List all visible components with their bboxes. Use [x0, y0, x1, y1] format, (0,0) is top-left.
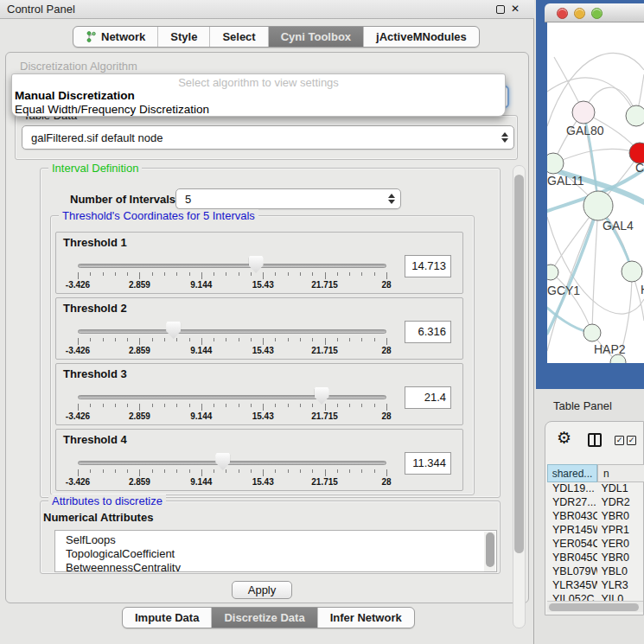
close-traffic-light-icon[interactable]: [557, 8, 568, 19]
scale-tick-label: 2.859: [129, 411, 150, 421]
table-row[interactable]: YBR043CYBR0: [547, 510, 644, 524]
number-of-intervals-combobox[interactable]: 5: [175, 188, 401, 209]
network-node-h[interactable]: [622, 261, 642, 282]
table-row[interactable]: YBL079WYBL0: [547, 565, 644, 579]
table-cell[interactable]: YDR27...: [547, 496, 597, 510]
column-header-name[interactable]: n: [597, 464, 644, 482]
network-icon: [86, 31, 97, 42]
table-row[interactable]: YDL19...YDL1: [547, 482, 644, 496]
table-row[interactable]: YLR345WYLR3: [547, 579, 644, 593]
threshold-1-slider-track[interactable]: [78, 264, 386, 268]
table-cell[interactable]: YER054C: [547, 538, 597, 552]
table-horizontal-scrollbar[interactable]: [547, 601, 643, 612]
attribute-list-item[interactable]: TopologicalCoefficient: [55, 547, 496, 561]
threshold-3-slider-track[interactable]: [78, 395, 386, 399]
table-cell[interactable]: YDL1: [597, 482, 644, 496]
threshold-2-slider-track[interactable]: [78, 329, 386, 334]
tab-select[interactable]: Select: [210, 27, 268, 47]
control-panel: Control Panel ✕ Network Style Select: [0, 0, 534, 644]
scale-tick-label: 15.43: [252, 477, 274, 487]
table-row[interactable]: YPR145WYPR1: [547, 524, 644, 538]
threshold-2-value-field[interactable]: 6.316: [405, 321, 451, 343]
network-edge: [553, 149, 640, 163]
network-node-gcy1[interactable]: [547, 265, 558, 280]
table-cell[interactable]: YBL079W: [547, 565, 597, 579]
table-cell[interactable]: YLR3: [597, 579, 644, 593]
algorithm-dropdown-popup: Select algorithm to view settings Manual…: [11, 73, 506, 117]
scrollbar-thumb[interactable]: [514, 175, 524, 553]
scrollbar-thumb[interactable]: [486, 532, 494, 567]
threshold-1-slider-handle[interactable]: [249, 256, 264, 273]
settings-vertical-scrollbar[interactable]: [513, 165, 526, 628]
threshold-3-value-field[interactable]: 21.4: [405, 386, 451, 409]
scale-tick-label: 15.43: [252, 280, 274, 290]
gear-icon[interactable]: ⚙: [557, 430, 571, 446]
threshold-1-label: Threshold 1: [63, 236, 127, 249]
threshold-3-slider-handle[interactable]: [315, 387, 329, 405]
threshold-3-label: Threshold 3: [63, 367, 127, 380]
tab-jactivemnodules[interactable]: jActiveMNodules: [364, 27, 479, 47]
dropdown-option-manual-discretization[interactable]: Manual Discretization: [15, 89, 135, 102]
table-cell[interactable]: YBR0: [597, 552, 644, 565]
scale-tick-label: -3.426: [66, 280, 90, 290]
threshold-3-box: Threshold 3 -3.4262.8599.14415.4321.7152…: [55, 363, 463, 425]
table-cell[interactable]: YBR045C: [547, 552, 597, 565]
tab-style[interactable]: Style: [158, 27, 210, 47]
attribute-list-item[interactable]: SelfLoops: [55, 533, 496, 547]
tab-cyni-toolbox-label: Cyni Toolbox: [281, 30, 351, 43]
tab-discretize-data[interactable]: Discretize Data: [212, 608, 317, 628]
table-cell[interactable]: YPR145W: [547, 524, 597, 538]
scale-tick-label: 21.715: [311, 280, 338, 290]
zoom-traffic-light-icon[interactable]: [591, 8, 603, 19]
network-node-gal80[interactable]: [572, 101, 595, 124]
tab-discretize-data-label: Discretize Data: [224, 611, 304, 624]
table-cell[interactable]: YBL0: [597, 565, 644, 579]
dropdown-option-equal-width-frequency[interactable]: Equal Width/Frequency Discretization: [15, 103, 209, 116]
slider-ticks: [78, 404, 386, 411]
numerical-attributes-label: Numerical Attributes: [43, 511, 153, 524]
checkbox-icon[interactable]: ✓: [615, 436, 624, 445]
network-node-hap2[interactable]: [583, 324, 601, 341]
minimize-traffic-light-icon[interactable]: [574, 8, 585, 19]
table-cell[interactable]: YER0: [597, 538, 644, 552]
control-panel-titlebar: Control Panel ✕: [0, 0, 534, 19]
attributes-list-scrollbar[interactable]: [484, 532, 495, 571]
table-cell[interactable]: YDL19...: [547, 482, 597, 496]
float-window-icon[interactable]: [496, 5, 505, 14]
network-node-gal11[interactable]: [547, 153, 564, 174]
table-cell[interactable]: YBR0: [597, 510, 644, 524]
table-cell[interactable]: YBR043C: [547, 510, 597, 524]
tab-network[interactable]: Network: [73, 27, 158, 47]
apply-button[interactable]: Apply: [232, 581, 292, 599]
tab-impute-data[interactable]: Impute Data: [123, 608, 212, 628]
table-cell[interactable]: YLR345W: [547, 579, 597, 593]
number-of-intervals-label: Number of Intervals: [70, 193, 175, 206]
network-node-label: C: [635, 161, 644, 175]
table-data-selected-value: galFiltered.sif default node: [31, 131, 163, 144]
tab-cyni-toolbox[interactable]: Cyni Toolbox: [269, 27, 364, 47]
numerical-attributes-list[interactable]: SelfLoopsTopologicalCoefficientBetweenne…: [54, 530, 497, 572]
network-node-ga[interactable]: [626, 105, 644, 126]
threshold-1-value-field[interactable]: 14.713: [405, 255, 451, 277]
close-icon[interactable]: ✕: [511, 3, 520, 15]
network-canvas[interactable]: GAL80GACGAL11GAL4GCY1HHAP2: [547, 22, 644, 363]
table-row[interactable]: YBR045CYBR0: [547, 552, 644, 565]
table-row[interactable]: YDR27...YDR2: [547, 496, 644, 510]
threshold-2-slider-handle[interactable]: [166, 322, 181, 339]
threshold-4-slider-handle[interactable]: [215, 453, 230, 470]
table-header-row: shared... n: [547, 464, 644, 482]
checkbox-icon[interactable]: ✓: [627, 436, 636, 445]
table-row[interactable]: YER054CYER0: [547, 538, 644, 552]
node-table: shared... n YDL19...YDL1YDR27...YDR2YBR0…: [547, 464, 644, 603]
table-cell[interactable]: YPR1: [597, 524, 644, 538]
attribute-list-item[interactable]: BetweennessCentrality: [55, 561, 496, 572]
threshold-4-value-field[interactable]: 11.344: [405, 452, 451, 475]
table-data-combobox[interactable]: galFiltered.sif default node: [22, 125, 514, 150]
threshold-4-slider-track[interactable]: [78, 461, 386, 465]
network-node-gal4[interactable]: [583, 191, 613, 220]
column-header-shared-name[interactable]: shared...: [547, 464, 597, 482]
table-cell[interactable]: YDR2: [597, 496, 644, 510]
scrollbar-thumb[interactable]: [549, 603, 639, 611]
split-column-icon[interactable]: [588, 433, 602, 447]
tab-infer-network[interactable]: Infer Network: [318, 608, 414, 628]
